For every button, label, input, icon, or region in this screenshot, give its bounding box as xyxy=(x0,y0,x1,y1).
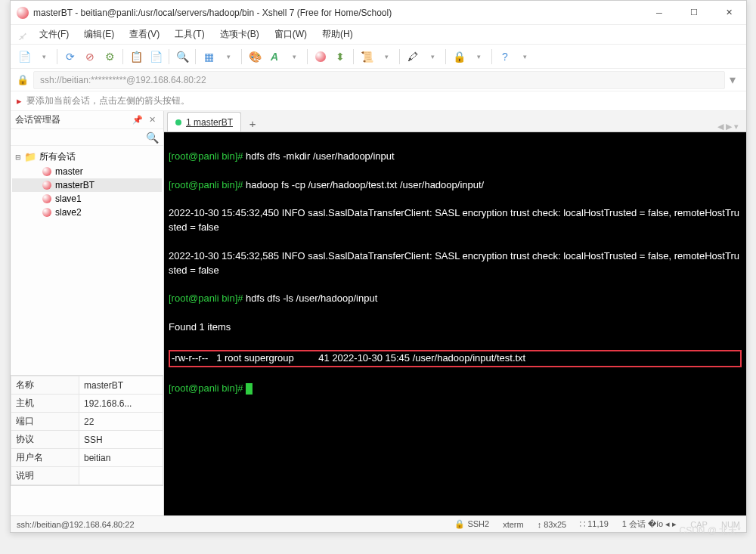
prop-port-val: 22 xyxy=(79,413,163,431)
folder-icon: 📁 xyxy=(24,151,36,162)
terminal[interactable]: [root@panli bin]# hdfs dfs -mkdir /user/… xyxy=(164,132,746,515)
address-dropdown[interactable]: ▾ xyxy=(725,73,740,87)
new-session-button[interactable]: 📄 xyxy=(15,48,33,66)
session-manager-panel: 会话管理器 📌 ✕ 🔍 ⊟ 📁 所有会话 master masterBT xyxy=(11,111,164,515)
lock-icon: 🔒 xyxy=(17,74,29,85)
tab-next-button[interactable]: ▶ xyxy=(726,122,732,132)
status-term: xterm xyxy=(503,520,524,529)
session-item-master[interactable]: master xyxy=(12,165,162,178)
copy-button[interactable]: 📋 xyxy=(127,48,145,66)
status-size: ↕ 83x25 xyxy=(538,520,567,529)
collapse-icon[interactable]: ⊟ xyxy=(15,153,24,161)
session-item-masterbt[interactable]: masterBT xyxy=(12,178,162,192)
tab-masterbt[interactable]: 1 masterBT xyxy=(167,112,241,132)
paste-button[interactable]: 📄 xyxy=(147,48,165,66)
terminal-line: [root@panli bin]# hdfs dfs -ls /user/had… xyxy=(169,292,742,306)
status-sessions: 1 会话 �ío ◂ ▸ xyxy=(622,518,677,530)
menubar: 文件(F) 编辑(E) 查看(V) 工具(T) 选项卡(B) 窗口(W) 帮助(… xyxy=(11,25,746,45)
close-button[interactable]: ✕ xyxy=(711,2,746,24)
status-pos: ⸬ 11,19 xyxy=(580,519,609,529)
prop-host-val: 192.168.6... xyxy=(79,395,163,413)
menu-edit[interactable]: 编辑(E) xyxy=(78,26,120,42)
session-tree: ⊟ 📁 所有会话 master masterBT slave1 xyxy=(11,146,163,375)
sidebar-close-button[interactable]: ✕ xyxy=(146,115,159,125)
sidebar-footer xyxy=(11,485,163,515)
properties-button[interactable]: ⚙ xyxy=(101,48,119,66)
addressbar: 🔒 ▾ xyxy=(11,69,746,91)
left-edge-remnant xyxy=(0,0,10,554)
highlight-button[interactable]: 🖍 xyxy=(404,48,422,66)
new-dropdown[interactable]: ▾ xyxy=(35,48,53,66)
reconnect-button[interactable]: ⟳ xyxy=(61,48,79,66)
menu-window[interactable]: 窗口(W) xyxy=(268,26,313,42)
session-label: masterBT xyxy=(55,180,94,190)
connected-indicator-icon xyxy=(175,119,181,125)
menu-view[interactable]: 查看(V) xyxy=(123,26,166,42)
titlebar: masterBT - beitian@panli:/usr/local/serv… xyxy=(11,1,746,25)
main-area: 1 masterBT + ◀ ▶ ▾ [root@panli bin]# hdf… xyxy=(164,111,746,515)
help-dropdown[interactable]: ▾ xyxy=(516,48,534,66)
status-connection: ssh://beitian@192.168.64.80:22 xyxy=(17,520,441,529)
help-button[interactable]: ? xyxy=(496,48,514,66)
highlighted-output: -rw-r--r-- 1 root supergroup 41 2022-10-… xyxy=(169,350,742,367)
session-item-slave2[interactable]: slave2 xyxy=(12,206,162,219)
menu-tab[interactable]: 选项卡(B) xyxy=(214,26,265,42)
add-tab-button[interactable]: + xyxy=(244,115,261,132)
terminal-prompt: [root@panli bin]# xyxy=(169,382,742,396)
lock-button[interactable]: 🔒 xyxy=(450,48,468,66)
terminal-line: 2022-10-30 15:45:32,450 INFO sasl.SaslDa… xyxy=(169,206,742,235)
address-input[interactable] xyxy=(33,71,725,89)
menu-tools[interactable]: 工具(T) xyxy=(169,26,210,42)
menu-help[interactable]: 帮助(H) xyxy=(316,26,359,42)
session-icon xyxy=(42,167,51,176)
minimize-button[interactable]: ─ xyxy=(642,2,677,24)
menu-file[interactable]: 文件(F) xyxy=(33,26,75,42)
font-button[interactable]: A xyxy=(265,48,284,66)
xagent-icon[interactable] xyxy=(311,48,330,66)
sidebar-header: 会话管理器 📌 ✕ xyxy=(11,111,163,129)
prop-port-label: 端口 xyxy=(11,413,79,431)
disconnect-button[interactable]: ⊘ xyxy=(81,48,99,66)
maximize-button[interactable]: ☐ xyxy=(677,2,711,24)
tipbar: ▸ 要添加当前会话，点击左侧的箭头按钮。 xyxy=(11,91,746,111)
sidebar-pin-button[interactable]: 📌 xyxy=(129,115,146,125)
terminal-line: -rw-r--r-- 1 root supergroup 41 2022-10-… xyxy=(172,351,739,366)
highlight-dropdown[interactable]: ▾ xyxy=(423,48,442,66)
toolbar: 📄 ▾ ⟳ ⊘ ⚙ 📋 📄 🔍 ▦ ▾ 🎨 A ▾ ⬍ 📜 ▾ 🖍 ▾ 🔒 ▾ … xyxy=(11,45,746,69)
lock-dropdown[interactable]: ▾ xyxy=(469,48,488,66)
sidebar-title: 会话管理器 xyxy=(15,113,129,126)
script-button[interactable]: 📜 xyxy=(358,48,376,66)
terminal-line: [root@panli bin]# hadoop fs -cp /user/ha… xyxy=(169,178,742,193)
find-button[interactable]: 🔍 xyxy=(173,48,191,66)
xftp-button[interactable]: ⬍ xyxy=(331,48,349,66)
session-label: slave1 xyxy=(55,193,82,204)
session-item-slave1[interactable]: slave1 xyxy=(12,192,162,206)
separator xyxy=(122,49,123,64)
status-ssh: 🔒 SSH2 xyxy=(454,519,489,529)
status-cap: CAP xyxy=(690,520,708,529)
tree-root[interactable]: ⊟ 📁 所有会话 xyxy=(12,149,162,165)
session-properties: 名称masterBT 主机192.168.6... 端口22 协议SSH 用户名… xyxy=(11,375,163,485)
session-label: slave2 xyxy=(55,207,82,218)
separator xyxy=(57,49,57,64)
terminal-line: Found 1 items xyxy=(169,320,742,335)
separator xyxy=(307,49,308,64)
terminal-line: 2022-10-30 15:45:32,585 INFO sasl.SaslDa… xyxy=(169,249,742,278)
status-num: NUM xyxy=(721,520,740,529)
sidebar-search[interactable]: 🔍 xyxy=(11,129,163,146)
statusbar: ssh://beitian@192.168.64.80:22 🔒 SSH2 xt… xyxy=(11,515,746,532)
font-dropdown[interactable]: ▾ xyxy=(285,48,303,66)
separator xyxy=(353,49,354,64)
prop-host-label: 主机 xyxy=(11,395,79,413)
tab-prev-button[interactable]: ◀ xyxy=(717,122,723,132)
separator xyxy=(445,49,446,64)
prop-user-val: beitian xyxy=(79,449,163,467)
layout-dropdown[interactable]: ▾ xyxy=(219,48,237,66)
script-dropdown[interactable]: ▾ xyxy=(377,48,395,66)
layout-button[interactable]: ▦ xyxy=(200,48,218,66)
body-area: 会话管理器 📌 ✕ 🔍 ⊟ 📁 所有会话 master masterBT xyxy=(11,111,746,515)
cursor xyxy=(246,383,253,395)
pin-icon xyxy=(17,29,27,40)
tab-menu-button[interactable]: ▾ xyxy=(734,122,739,132)
color-button[interactable]: 🎨 xyxy=(246,48,264,66)
